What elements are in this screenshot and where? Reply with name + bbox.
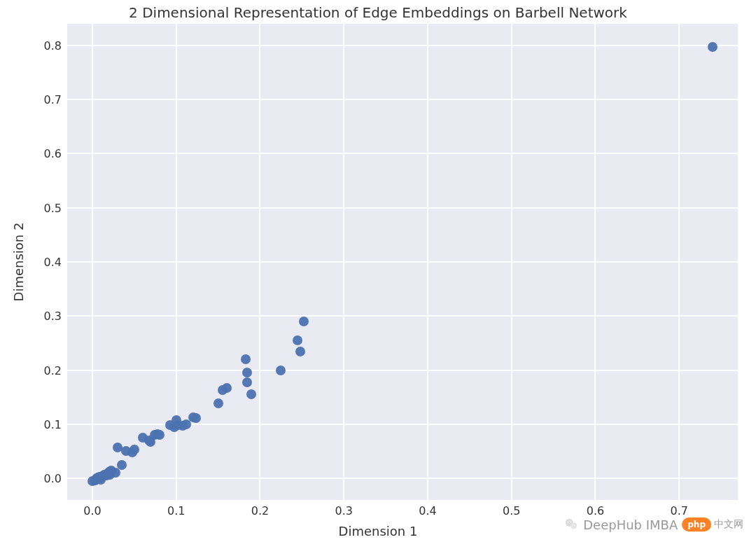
y-tick-label: 0.7 xyxy=(6,93,62,106)
gridline-horizontal xyxy=(67,370,738,371)
x-tick-label: 0.4 xyxy=(419,504,436,517)
y-tick-label: 0.5 xyxy=(6,201,62,214)
plot-area xyxy=(67,24,738,500)
data-point xyxy=(246,389,256,399)
y-tick-label: 0.8 xyxy=(6,39,62,52)
x-tick-label: 0.5 xyxy=(503,504,520,517)
data-point xyxy=(293,335,302,345)
data-point xyxy=(276,366,286,375)
data-point xyxy=(222,383,232,393)
x-tick-label: 0.0 xyxy=(83,504,101,517)
gridline-horizontal xyxy=(67,207,738,209)
gridline-horizontal xyxy=(67,153,738,154)
x-tick-label: 0.1 xyxy=(167,504,185,517)
x-tick-label: 0.6 xyxy=(587,504,604,517)
y-tick-label: 0.2 xyxy=(6,363,62,377)
svg-point-3 xyxy=(570,522,571,523)
data-point xyxy=(155,430,164,440)
data-point xyxy=(295,347,305,356)
y-tick-label: 0.3 xyxy=(6,310,62,323)
x-axis-label: Dimension 1 xyxy=(0,524,756,538)
chart-title: 2 Dimensional Representation of Edge Emb… xyxy=(0,4,756,21)
data-point xyxy=(299,317,309,326)
y-tick-label: 0.1 xyxy=(6,417,62,431)
y-tick-label: 0.4 xyxy=(6,256,62,269)
data-point xyxy=(117,460,127,470)
x-tick-label: 0.2 xyxy=(251,504,269,517)
data-point xyxy=(130,445,139,454)
gridline-horizontal xyxy=(67,261,738,263)
x-tick-label: 0.7 xyxy=(670,504,687,517)
x-tick-label: 0.3 xyxy=(335,504,352,517)
gridline-horizontal xyxy=(67,478,738,479)
gridline-horizontal xyxy=(67,315,738,317)
data-point xyxy=(708,42,718,52)
y-tick-label: 0.0 xyxy=(6,472,62,485)
data-point xyxy=(242,377,252,387)
figure: 2 Dimensional Representation of Edge Emb… xyxy=(0,0,756,549)
data-point xyxy=(214,398,223,408)
data-point xyxy=(242,368,252,377)
data-point xyxy=(241,354,251,364)
data-point xyxy=(191,413,201,423)
y-tick-label: 0.6 xyxy=(6,147,62,160)
gridline-horizontal xyxy=(67,45,738,46)
svg-point-2 xyxy=(568,522,569,523)
gridline-horizontal xyxy=(67,99,738,100)
